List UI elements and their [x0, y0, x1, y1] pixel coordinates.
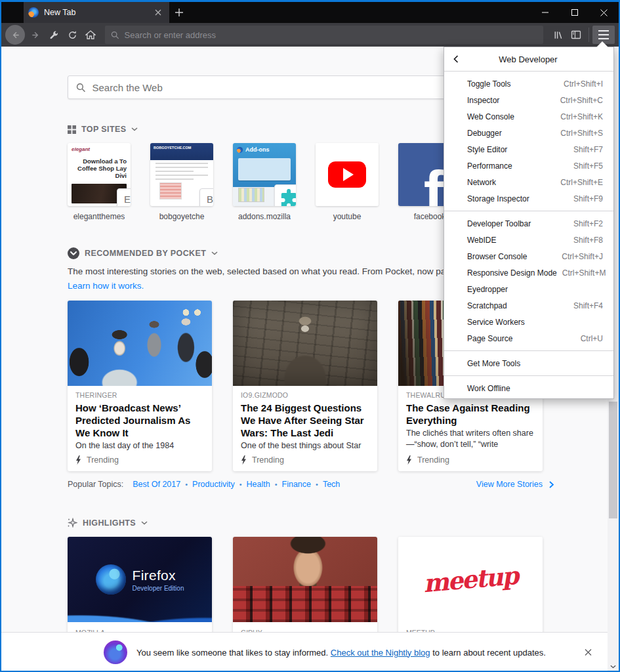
chevron-down-icon[interactable] [141, 521, 148, 525]
menu-item-toggle-tools[interactable]: Toggle ToolsCtrl+Shift+I [444, 75, 613, 92]
section-label: TOP SITES [81, 125, 126, 134]
menu-item-label: Web Console [467, 112, 514, 121]
chevron-right-icon [549, 481, 554, 488]
reload-icon[interactable] [63, 26, 81, 44]
menu-item-label: Storage Inspector [467, 194, 529, 203]
menu-item-service-workers[interactable]: Service Workers [444, 314, 613, 330]
thumb-photo [159, 182, 182, 200]
wrench-icon[interactable] [45, 26, 63, 44]
top-site-bobgoyetche[interactable]: BOBGOYETCHE.COM B bobgoyetche [150, 143, 213, 221]
menu-item-shortcut: Ctrl+Shift+K [560, 112, 603, 121]
forward-button[interactable] [26, 26, 45, 44]
menu-item-browser-console[interactable]: Browser ConsoleCtrl+Shift+J [444, 248, 613, 264]
nightly-blog-link[interactable]: Check out the Nightly blog [331, 648, 430, 658]
brand-title: Firefox [133, 568, 184, 583]
menu-item-page-source[interactable]: Page SourceCtrl+U [444, 330, 613, 346]
grid-icon [68, 125, 76, 134]
story-excerpt: On the last day of the 1984 [75, 440, 204, 452]
library-icon[interactable] [548, 26, 567, 44]
window-minimize-button[interactable] [530, 2, 560, 23]
site-label: youtube [316, 212, 379, 221]
story-title: The Case Against Reading Everything [406, 402, 535, 427]
facebook-f-logo: f [424, 169, 444, 206]
top-site-elegantthemes[interactable]: elegant Download a To Coffee Shop Lay Di… [68, 143, 131, 221]
topics-label: Popular Topics: [68, 480, 123, 489]
chevron-down-icon[interactable] [131, 127, 138, 131]
topic-link[interactable]: Best Of 2017 [133, 480, 180, 489]
search-icon [76, 83, 85, 93]
new-tab-button[interactable] [169, 2, 189, 23]
window-maximize-button[interactable] [560, 2, 589, 23]
thumb-text: Divi [72, 172, 127, 179]
story-tag: Trending [417, 455, 449, 465]
menu-item-debugger[interactable]: DebuggerCtrl+Shift+S [444, 125, 613, 141]
firefox-favicon-icon [28, 7, 39, 18]
sparkle-icon [68, 518, 77, 528]
topic-link[interactable]: Health [247, 480, 270, 489]
scrollbar-thumb[interactable] [609, 402, 617, 518]
menu-item-label: Responsive Design Mode [467, 268, 557, 278]
topic-link[interactable]: Tech [323, 480, 340, 489]
menu-item-storage-inspector[interactable]: Storage InspectorShift+F9 [444, 190, 613, 207]
sidebar-icon[interactable] [567, 26, 585, 44]
trending-bolt-icon [406, 455, 412, 465]
menu-item-scratchpad[interactable]: ScratchpadShift+F4 [444, 297, 613, 314]
menu-item-style-editor[interactable]: Style EditorShift+F7 [444, 141, 613, 158]
story-source: IO9.GIZMODO [241, 391, 369, 399]
learn-how-link[interactable]: Learn how it works. [68, 281, 144, 291]
top-sites-header[interactable]: TOP SITES [68, 125, 138, 134]
pocket-section-header[interactable]: RECOMMENDED BY POCKET [68, 247, 218, 259]
menu-item-label: Scratchpad [467, 301, 507, 310]
plaid-shirt [233, 586, 377, 622]
story-image [233, 301, 377, 386]
menu-item-shortcut: Shift+F7 [573, 145, 603, 154]
url-input[interactable] [125, 30, 537, 40]
menu-item-label: Get More Tools [467, 359, 520, 368]
notification-close-icon[interactable] [585, 649, 592, 656]
menu-item-shortcut: Ctrl+Shift+M [562, 268, 606, 278]
home-icon[interactable] [81, 26, 100, 44]
menu-item-responsive-design-mode[interactable]: Responsive Design ModeCtrl+Shift+M [444, 264, 613, 281]
highlights-header[interactable]: HIGHLIGHTS [68, 518, 148, 528]
snippet-notification-bar: You seem like someone that likes to stay… [1, 632, 608, 672]
menu-item-work-offline[interactable]: Work Offline [444, 380, 613, 396]
menu-item-label: Service Workers [467, 318, 525, 327]
chevron-left-icon[interactable] [453, 55, 459, 63]
site-badge: B [199, 188, 213, 206]
menu-item-shortcut: Ctrl+Shift+S [560, 129, 603, 138]
menu-item-inspector[interactable]: InspectorCtrl+Shift+C [444, 92, 613, 108]
menu-title: Web Developer [459, 54, 604, 64]
chevron-down-icon[interactable] [211, 251, 218, 255]
topic-link[interactable]: Productivity [192, 480, 235, 489]
menu-item-web-console[interactable]: Web ConsoleCtrl+Shift+K [444, 108, 613, 125]
notification-text-before: You seem like someone that likes to stay… [136, 648, 328, 658]
site-label: addons.mozilla [233, 212, 296, 221]
browser-window: New Tab [0, 0, 620, 672]
menu-item-developer-toolbar[interactable]: Developer ToolbarShift+F2 [444, 215, 613, 232]
menu-item-network[interactable]: NetworkCtrl+Shift+E [444, 174, 613, 190]
top-site-youtube[interactable]: youtube [316, 143, 379, 221]
thumb-text: Coffee Shop Lay [72, 165, 127, 172]
site-label: elegantthemes [68, 212, 131, 221]
url-bar[interactable] [105, 26, 543, 44]
menu-item-get-more-tools[interactable]: Get More Tools [444, 355, 613, 371]
back-button[interactable] [5, 25, 25, 45]
top-site-addons-mozilla[interactable]: Add-ons addons.mozilla [233, 143, 296, 221]
view-more-stories-link[interactable]: View More Stories [476, 480, 543, 489]
tab-close-icon[interactable] [152, 6, 165, 19]
meetup-logo: meetup [422, 561, 518, 598]
window-close-button[interactable] [589, 2, 619, 23]
tab-new-tab[interactable]: New Tab [24, 2, 169, 23]
pocket-story-card[interactable]: IO9.GIZMODO The 24 Biggest Questions We … [233, 301, 377, 471]
menu-item-shortcut: Shift+F4 [573, 301, 603, 310]
menu-item-eyedropper[interactable]: Eyedropper [444, 281, 613, 297]
menu-item-shortcut: Ctrl+U [581, 334, 603, 343]
bullet-separator: • [316, 480, 318, 488]
pocket-story-card[interactable]: THERINGER How ‘Broadcast News’ Predicted… [68, 301, 212, 471]
menu-item-performance[interactable]: PerformanceShift+F5 [444, 158, 613, 174]
topic-link[interactable]: Finance [282, 480, 311, 489]
menu-item-webide[interactable]: WebIDEShift+F8 [444, 232, 613, 248]
menu-item-label: Network [467, 178, 496, 187]
menu-item-shortcut: Ctrl+Shift+C [560, 96, 603, 105]
site-thumbnail: Add-ons [233, 143, 296, 206]
